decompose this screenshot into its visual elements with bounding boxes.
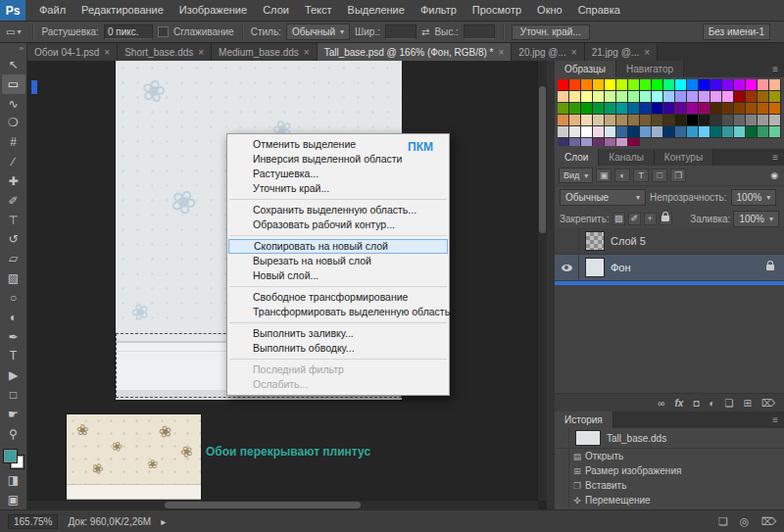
swatch[interactable] bbox=[605, 103, 615, 114]
swatch[interactable] bbox=[710, 103, 721, 114]
close-icon[interactable]: × bbox=[198, 47, 204, 58]
swatch[interactable] bbox=[699, 126, 710, 137]
swatch[interactable] bbox=[581, 91, 592, 102]
swatch[interactable] bbox=[616, 115, 627, 125]
layer-style-icon[interactable]: fx bbox=[675, 398, 684, 409]
delete-state-icon[interactable]: ⌦ bbox=[760, 515, 776, 528]
swatch[interactable] bbox=[699, 115, 710, 125]
swatch[interactable] bbox=[558, 138, 568, 146]
swatch[interactable] bbox=[640, 91, 651, 102]
vertical-scrollbar-thumb[interactable] bbox=[539, 86, 546, 233]
horizontal-scrollbar-thumb[interactable] bbox=[165, 502, 361, 508]
swatch[interactable] bbox=[710, 91, 721, 102]
swatch[interactable] bbox=[616, 79, 627, 90]
context-menu-item-feather[interactable]: Растушевка... bbox=[227, 167, 449, 181]
tab-short-base[interactable]: Short_base.dds × bbox=[118, 43, 212, 61]
swatch[interactable] bbox=[769, 115, 780, 125]
rectangle-tool[interactable]: □ bbox=[2, 385, 25, 405]
context-menu-item-fill[interactable]: Выполнить заливку... bbox=[227, 326, 449, 341]
swatch[interactable] bbox=[628, 126, 639, 137]
swatch[interactable] bbox=[722, 126, 733, 137]
canvas-area[interactable]: ❀ ❀ ❀ ❀ ❀ ❀ ❀ ❀ ❀ ❀ ❀ ❀ Обои перекрывают… bbox=[27, 61, 547, 509]
swatch[interactable] bbox=[640, 126, 651, 137]
menu-select[interactable]: Выделение bbox=[340, 0, 413, 21]
delete-layer-icon[interactable]: ⌦ bbox=[761, 398, 775, 409]
swatch[interactable] bbox=[569, 115, 580, 125]
close-icon[interactable]: × bbox=[304, 47, 310, 58]
swatch[interactable] bbox=[593, 138, 604, 146]
menu-file[interactable]: Файл bbox=[31, 0, 74, 21]
swatch[interactable] bbox=[699, 79, 710, 90]
swatch[interactable] bbox=[581, 79, 592, 90]
context-menu-item-layer-via-copy[interactable]: Скопировать на новый слой bbox=[228, 239, 448, 254]
horizontal-scrollbar[interactable] bbox=[27, 500, 538, 509]
swatch[interactable] bbox=[758, 115, 768, 125]
new-layer-icon[interactable]: ⊞ bbox=[743, 398, 751, 409]
swatch[interactable] bbox=[640, 115, 651, 125]
lock-position-icon[interactable]: + bbox=[644, 213, 657, 225]
context-menu-item-refine-edge[interactable]: Уточнить край... bbox=[227, 181, 449, 196]
tab-navigator[interactable]: Навигатор bbox=[616, 61, 684, 77]
dodge-tool[interactable]: ◐ bbox=[2, 308, 25, 327]
swatch[interactable] bbox=[652, 103, 662, 114]
close-icon[interactable]: × bbox=[104, 47, 110, 58]
swatch[interactable] bbox=[581, 138, 592, 146]
swatch[interactable] bbox=[628, 138, 639, 146]
refine-edge-button[interactable]: Уточн. край... bbox=[512, 24, 590, 40]
filter-pixel-layers-icon[interactable]: ▣ bbox=[596, 169, 612, 182]
swatch[interactable] bbox=[605, 79, 615, 90]
history-row-move[interactable]: ✜ Перемещение bbox=[555, 493, 784, 508]
history-row-image-size[interactable]: ⊞ Размер изображения bbox=[555, 463, 784, 478]
tab-history[interactable]: История bbox=[555, 411, 613, 428]
swatch[interactable] bbox=[640, 79, 651, 90]
swatch[interactable] bbox=[675, 115, 686, 125]
swatch[interactable] bbox=[758, 126, 768, 137]
history-source-cell[interactable] bbox=[555, 463, 569, 478]
swatch[interactable] bbox=[734, 91, 745, 102]
new-document-from-state-icon[interactable]: ❏ bbox=[718, 515, 728, 528]
close-icon[interactable]: × bbox=[571, 47, 577, 58]
zoom-level-field[interactable]: 165.75% bbox=[8, 514, 58, 529]
opacity-dropdown[interactable]: 100% ▾ bbox=[731, 189, 777, 206]
height-input[interactable] bbox=[464, 24, 495, 39]
hand-tool[interactable]: ☛ bbox=[2, 405, 25, 424]
swatch[interactable] bbox=[628, 103, 639, 114]
visibility-toggle[interactable] bbox=[555, 255, 579, 280]
swatch[interactable] bbox=[663, 91, 674, 102]
tab-channels[interactable]: Каналы bbox=[599, 149, 655, 166]
history-source-cell[interactable] bbox=[555, 428, 569, 448]
fill-dropdown[interactable]: 100% ▾ bbox=[733, 211, 779, 227]
menu-help[interactable]: Справка bbox=[570, 0, 628, 21]
swatch[interactable] bbox=[663, 126, 674, 137]
antialias-checkbox[interactable] bbox=[158, 26, 169, 37]
swatch[interactable] bbox=[687, 115, 698, 125]
swatch[interactable] bbox=[581, 115, 592, 125]
lock-all-icon[interactable] bbox=[660, 213, 672, 225]
swatch[interactable] bbox=[699, 91, 710, 102]
feather-input[interactable] bbox=[104, 24, 153, 39]
swatch[interactable] bbox=[569, 103, 580, 114]
swatch[interactable] bbox=[675, 91, 686, 102]
menu-filter[interactable]: Фильтр bbox=[413, 0, 465, 21]
swatch[interactable] bbox=[558, 79, 568, 90]
tool-preset-picker[interactable]: ▭ ▾ bbox=[6, 26, 24, 37]
swatch[interactable] bbox=[605, 115, 615, 125]
swatch[interactable] bbox=[687, 126, 698, 137]
zoom-tool[interactable]: ⚲ bbox=[2, 424, 25, 444]
close-icon[interactable]: × bbox=[644, 47, 650, 58]
swatch[interactable] bbox=[663, 103, 674, 114]
adjustment-layer-icon[interactable]: ◐ bbox=[709, 398, 714, 409]
swatch[interactable] bbox=[687, 103, 698, 114]
swap-dimensions-icon[interactable]: ⇄ bbox=[421, 26, 429, 37]
swatch[interactable] bbox=[710, 126, 721, 137]
filter-shape-layers-icon[interactable]: □ bbox=[652, 169, 667, 182]
menu-edit[interactable]: Редактирование bbox=[74, 0, 172, 21]
swatch[interactable] bbox=[628, 115, 639, 125]
swatch[interactable] bbox=[734, 103, 745, 114]
filter-type-layers-icon[interactable]: T bbox=[633, 169, 649, 182]
history-brush-tool[interactable]: ↺ bbox=[2, 229, 25, 249]
visibility-toggle[interactable] bbox=[555, 228, 579, 254]
vertical-scrollbar[interactable] bbox=[537, 61, 547, 501]
layer-row-background[interactable]: Фон bbox=[555, 255, 784, 281]
swatch[interactable] bbox=[746, 91, 757, 102]
